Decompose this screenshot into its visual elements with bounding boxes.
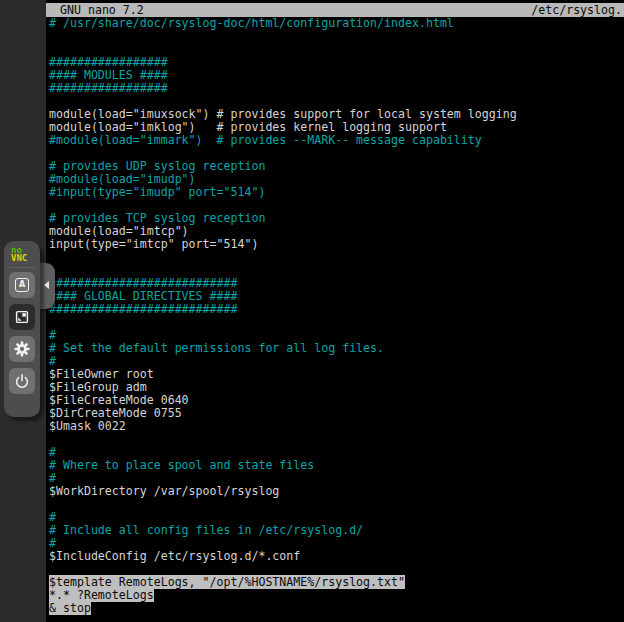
editor-line: $Umask 0022: [49, 420, 624, 433]
clipboard-icon: A: [15, 278, 29, 292]
line-text: #### MODULES ####: [49, 68, 168, 82]
editor-line: # Set the default permissions for all lo…: [49, 342, 624, 355]
line-text: # provides UDP syslog reception: [49, 159, 265, 173]
novnc-logo-vnc: VNC: [11, 254, 40, 262]
line-text: $FileCreateMode 0640: [49, 393, 189, 407]
line-text: #: [49, 471, 56, 485]
selected-text: & stop: [49, 601, 91, 615]
line-text: #: [49, 328, 56, 342]
line-text: module(load="imklog") # provides kernel …: [49, 120, 447, 134]
line-text: input(type="imtcp" port="514"): [49, 237, 258, 251]
editor-line: [49, 30, 624, 43]
clipboard-button[interactable]: A: [9, 272, 35, 298]
editor-line: # Where to place spool and state files: [49, 459, 624, 472]
terminal-screen: GNU nano 7.2 /etc/rsyslog. # /usr/share/…: [46, 0, 624, 622]
disconnect-button[interactable]: [9, 368, 35, 394]
line-text: module(load="imuxsock") # provides suppo…: [49, 107, 517, 121]
fullscreen-button[interactable]: [9, 304, 35, 330]
editor-line: [49, 498, 624, 511]
editor-line: $WorkDirectory /var/spool/rsyslog: [49, 485, 624, 498]
settings-button[interactable]: [9, 336, 35, 362]
line-text: #input(type="imudp" port="514"): [49, 185, 265, 199]
novnc-control-bar: no VNC A: [4, 241, 40, 417]
line-text: $IncludeConfig /etc/rsyslog.d/*.conf: [49, 549, 300, 563]
line-text: # Set the default permissions for all lo…: [49, 341, 384, 355]
line-text: #module(load="imudp"): [49, 172, 196, 186]
nano-titlebar: GNU nano 7.2 /etc/rsyslog.: [46, 3, 624, 17]
line-text: ###########################: [49, 276, 237, 290]
editor-line: [49, 316, 624, 329]
collapse-arrow-icon: [44, 281, 49, 289]
line-text: $FileOwner root: [49, 367, 154, 381]
editor-line: [49, 433, 624, 446]
selected-text: $template RemoteLogs, "/opt/%HOSTNAME%/r…: [49, 575, 405, 589]
line-text: # Where to place spool and state files: [49, 458, 314, 472]
line-text: $FileGroup adm: [49, 380, 147, 394]
editor-line: ###########################: [49, 303, 624, 316]
nano-filename-label: /etc/rsyslog.: [531, 3, 622, 17]
line-text: #module(load="immark") # provides --MARK…: [49, 133, 482, 147]
editor-line: #input(type="imudp" port="514"): [49, 186, 624, 199]
editor-content[interactable]: # /usr/share/doc/rsyslog-doc/html/config…: [46, 17, 624, 622]
line-text: # /usr/share/doc/rsyslog-doc/html/config…: [49, 16, 454, 30]
line-text: # provides TCP syslog reception: [49, 211, 265, 225]
editor-line: & stop: [49, 602, 624, 615]
nano-version-label: GNU nano 7.2: [60, 3, 144, 17]
fullscreen-icon: [13, 308, 31, 326]
novnc-logo: no VNC: [4, 241, 40, 262]
gear-icon: [13, 340, 31, 358]
line-text: #################: [49, 81, 168, 95]
line-text: #: [49, 510, 56, 524]
panel-divider: [9, 267, 35, 268]
line-text: #### GLOBAL DIRECTIVES ####: [49, 289, 237, 303]
line-text: $WorkDirectory /var/spool/rsyslog: [49, 484, 279, 498]
line-text: #: [49, 354, 56, 368]
line-text: ###########################: [49, 302, 237, 316]
line-text: #: [49, 536, 56, 550]
power-icon: [13, 372, 31, 390]
line-text: # Include all config files in /etc/rsysl…: [49, 523, 363, 537]
editor-line: #################: [49, 82, 624, 95]
line-text: #: [49, 445, 56, 459]
editor-line: # /usr/share/doc/rsyslog-doc/html/config…: [49, 17, 624, 30]
editor-line: [49, 251, 624, 264]
editor-line: $IncludeConfig /etc/rsyslog.d/*.conf: [49, 550, 624, 563]
line-text: #################: [49, 55, 168, 69]
line-text: $Umask 0022: [49, 419, 126, 433]
editor-line: # Include all config files in /etc/rsysl…: [49, 524, 624, 537]
line-text: $DirCreateMode 0755: [49, 406, 182, 420]
line-text: module(load="imtcp"): [49, 224, 189, 238]
editor-line: input(type="imtcp" port="514"): [49, 238, 624, 251]
editor-line: #module(load="immark") # provides --MARK…: [49, 134, 624, 147]
selected-text: *.* ?RemoteLogs: [49, 588, 154, 602]
editor-line: $DirCreateMode 0755: [49, 407, 624, 420]
editor-line: *.* ?RemoteLogs: [49, 589, 624, 602]
